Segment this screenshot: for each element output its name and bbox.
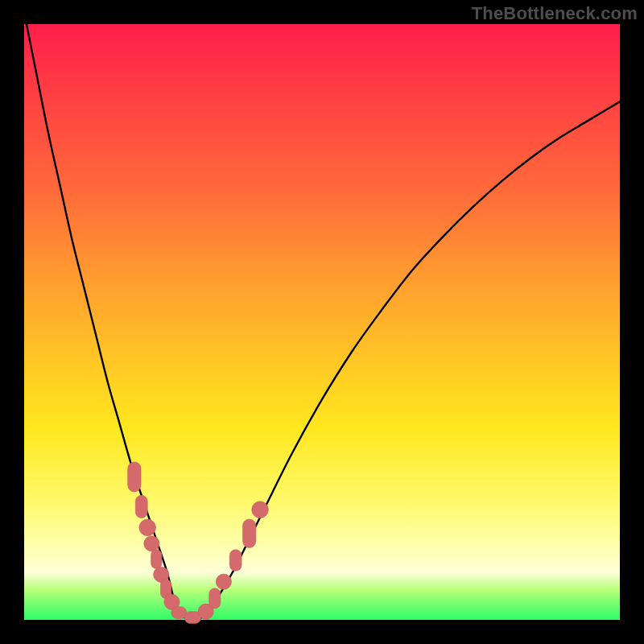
curve-marker (243, 519, 256, 548)
curve-marker (252, 502, 269, 518)
chart-canvas: TheBottleneck.com (0, 0, 644, 644)
curve-marker (128, 462, 141, 492)
curve-marker (209, 588, 221, 609)
curve-marker (151, 550, 162, 569)
curve-marker (135, 495, 147, 518)
bottleneck-curve (24, 12, 620, 619)
curve-marker (144, 536, 159, 551)
plot-area (24, 24, 620, 620)
chart-svg (24, 24, 620, 620)
curve-markers (128, 462, 269, 624)
watermark-text: TheBottleneck.com (472, 3, 638, 24)
curve-marker (216, 574, 231, 589)
curve-marker (229, 550, 242, 572)
curve-marker (139, 519, 156, 536)
